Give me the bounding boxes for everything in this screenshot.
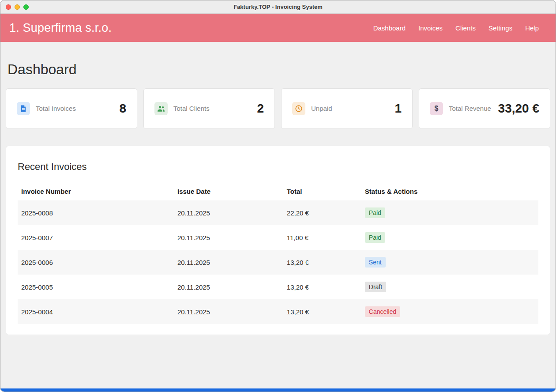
- column-header-status-actions: Status & Actions: [361, 182, 538, 200]
- total-cell: 11,00 €: [283, 225, 361, 250]
- table-header-row: Invoice Number Issue Date Total Status &…: [18, 182, 538, 200]
- stat-value: 1: [394, 102, 402, 116]
- main-nav: Dashboard Invoices Clients Settings Help: [373, 24, 539, 32]
- stat-card-total-revenue: $ Total Revenue 33,20 €: [419, 88, 550, 129]
- minimize-window-button[interactable]: [15, 4, 20, 10]
- invoice-row: 2025-0006 20.11.2025 13,20 € Sent: [18, 250, 538, 275]
- stat-card-unpaid: Unpaid 1: [281, 88, 413, 129]
- recent-invoices-table: Invoice Number Issue Date Total Status &…: [18, 182, 538, 324]
- invoice-number-cell: 2025-0005: [18, 275, 174, 299]
- dollar-icon: $: [430, 102, 443, 115]
- zoom-window-button[interactable]: [23, 4, 29, 10]
- stat-value: 33,20 €: [498, 102, 539, 116]
- window-title: Fakturky.TOP - Invoicing System: [233, 4, 323, 10]
- issue-date-cell: 20.11.2025: [174, 200, 283, 225]
- main-content: Dashboard Total Invoices 8: [0, 42, 556, 388]
- invoice-row: 2025-0008 20.11.2025 22,20 € Paid: [18, 200, 538, 225]
- issue-date-cell: 20.11.2025: [174, 299, 283, 324]
- titlebar: Fakturky.TOP - Invoicing System: [0, 0, 556, 14]
- people-icon: [154, 102, 168, 115]
- invoice-row: 2025-0004 20.11.2025 13,20 € Cancelled: [18, 299, 538, 324]
- stat-card-total-invoices: Total Invoices 8: [6, 88, 137, 129]
- total-cell: 13,20 €: [283, 250, 361, 275]
- app-window: Fakturky.TOP - Invoicing System 1. Super…: [0, 0, 556, 392]
- stat-label: Total Revenue: [449, 104, 491, 113]
- invoice-row: 2025-0005 20.11.2025 13,20 € Draft: [18, 275, 538, 299]
- status-badge[interactable]: Cancelled: [365, 306, 400, 317]
- column-header-total: Total: [283, 182, 361, 200]
- stat-card-total-clients: Total Clients 2: [143, 88, 275, 129]
- issue-date-cell: 20.11.2025: [174, 275, 283, 299]
- stat-value: 8: [119, 102, 126, 116]
- stat-label: Total Clients: [173, 104, 210, 113]
- nav-item-invoices[interactable]: Invoices: [418, 24, 443, 32]
- traffic-lights: [6, 0, 29, 13]
- stat-label: Unpaid: [311, 104, 332, 113]
- invoice-number-cell: 2025-0004: [18, 299, 174, 324]
- stat-label: Total Invoices: [36, 104, 76, 113]
- total-cell: 13,20 €: [283, 299, 361, 324]
- document-icon: [17, 102, 30, 115]
- nav-item-help[interactable]: Help: [525, 24, 539, 32]
- status-cell: Cancelled: [361, 299, 538, 324]
- issue-date-cell: 20.11.2025: [174, 250, 283, 275]
- invoice-number-cell: 2025-0006: [18, 250, 174, 275]
- nav-item-clients[interactable]: Clients: [455, 24, 476, 32]
- close-window-button[interactable]: [6, 4, 11, 10]
- column-header-issue-date: Issue Date: [174, 182, 283, 200]
- status-cell: Paid: [361, 225, 538, 250]
- status-cell: Paid: [361, 200, 538, 225]
- page-title: Dashboard: [8, 61, 550, 78]
- clock-icon: [292, 102, 305, 115]
- recent-invoices-title: Recent Invoices: [18, 161, 538, 173]
- invoice-number-cell: 2025-0007: [18, 225, 174, 250]
- status-badge[interactable]: Draft: [365, 282, 386, 292]
- stat-value: 2: [257, 102, 264, 116]
- invoice-number-cell: 2025-0008: [18, 200, 174, 225]
- total-cell: 22,20 €: [283, 200, 361, 225]
- footer-strip: [0, 388, 556, 392]
- status-badge[interactable]: Paid: [365, 232, 385, 243]
- column-header-invoice-number: Invoice Number: [18, 182, 174, 200]
- nav-item-settings[interactable]: Settings: [488, 24, 512, 32]
- brand-title[interactable]: 1. Superfirma s.r.o.: [9, 21, 112, 35]
- recent-invoices-panel: Recent Invoices Invoice Number Issue Dat…: [6, 146, 550, 335]
- total-cell: 13,20 €: [283, 275, 361, 299]
- status-badge[interactable]: Paid: [365, 207, 385, 218]
- status-cell: Draft: [361, 275, 538, 299]
- invoice-row: 2025-0007 20.11.2025 11,00 € Paid: [18, 225, 538, 250]
- stats-row: Total Invoices 8 Total Clients: [6, 88, 550, 129]
- navbar: 1. Superfirma s.r.o. Dashboard Invoices …: [0, 14, 556, 42]
- status-cell: Sent: [361, 250, 538, 275]
- status-badge[interactable]: Sent: [365, 257, 386, 268]
- nav-item-dashboard[interactable]: Dashboard: [373, 24, 406, 32]
- issue-date-cell: 20.11.2025: [174, 225, 283, 250]
